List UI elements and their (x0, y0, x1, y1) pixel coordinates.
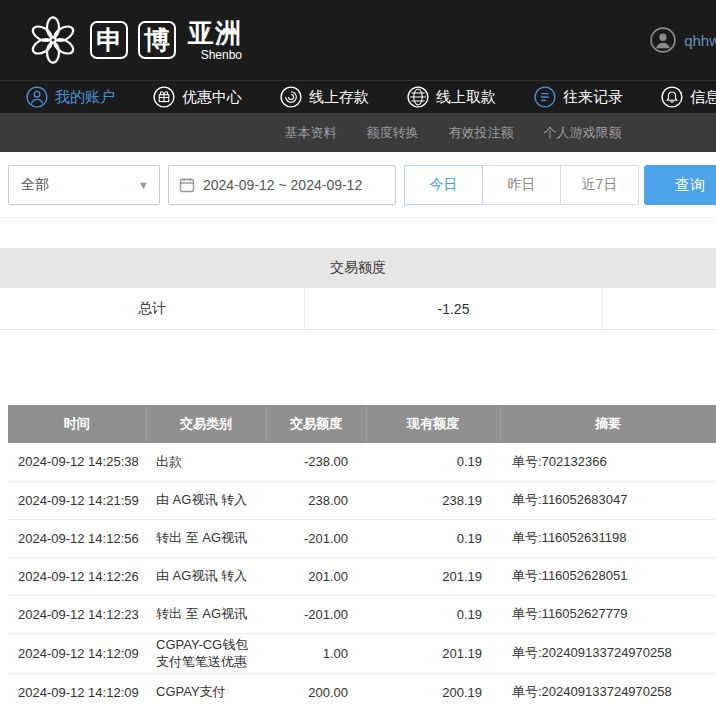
cell-balance: 0.19 (366, 595, 500, 633)
cell-balance: 201.19 (366, 557, 500, 595)
cell-note: 单号:702132366 (500, 443, 716, 481)
nav-item-records[interactable]: 往来记录 (534, 86, 623, 108)
cell-balance: 0.19 (366, 443, 500, 481)
column-header: 时间 (8, 405, 146, 443)
transactions-table: 时间交易类别交易额度现有额度摘要 2024-09-12 14:25:38出款-2… (8, 405, 716, 704)
bell-icon (661, 86, 683, 108)
subnav-item[interactable]: 基本资料 (285, 124, 337, 142)
cell-amount: 238.00 (266, 481, 366, 519)
table-row: 2024-09-12 14:12:56转出 至 AG视讯-201.000.19单… (8, 519, 716, 557)
summary-value: -1.25 (305, 288, 603, 329)
range-button[interactable]: 今日 (404, 165, 483, 205)
cell-amount: 201.00 (266, 557, 366, 595)
cell-amount: -238.00 (266, 443, 366, 481)
cell-time: 2024-09-12 14:25:38 (8, 443, 146, 481)
nav-label: 我的账户 (55, 88, 115, 107)
column-header: 摘要 (500, 405, 716, 443)
table-row: 2024-09-12 14:12:09CGPAY支付200.00200.19单号… (8, 673, 716, 704)
cell-type: 转出 至 AG视讯 (146, 519, 266, 557)
table-row: 2024-09-12 14:21:59由 AG视讯 转入238.00238.19… (8, 481, 716, 519)
cell-note: 单号:202409133724970258 (500, 633, 716, 673)
cell-type: 出款 (146, 443, 266, 481)
type-select[interactable]: 全部 ▼ (8, 165, 160, 205)
nav-label: 线上取款 (436, 88, 496, 107)
nav-label: 信息 (690, 88, 716, 107)
user-avatar-icon (650, 27, 676, 53)
cell-amount: -201.00 (266, 595, 366, 633)
nav-item-user[interactable]: 我的账户 (26, 86, 115, 108)
cell-time: 2024-09-12 14:12:09 (8, 633, 146, 673)
cell-time: 2024-09-12 14:12:56 (8, 519, 146, 557)
brand-logo[interactable]: 申 博 亚洲 Shenbo (26, 13, 242, 67)
brand-subtitle: Shenbo (201, 49, 242, 61)
cell-balance: 201.19 (366, 633, 500, 673)
table-row: 2024-09-12 14:25:38出款-238.000.19单号:70213… (8, 443, 716, 481)
date-range-input[interactable]: 2024-09-12 ~ 2024-09-12 (168, 165, 396, 205)
cell-note: 单号:116052627779 (500, 595, 716, 633)
summary-title: 交易额度 (0, 248, 716, 288)
table-row: 2024-09-12 14:12:09CGPAY-CG钱包支付笔笔送优惠1.00… (8, 633, 716, 673)
summary-empty-cell (603, 288, 716, 329)
page: 申 博 亚洲 Shenbo qhhw 我的账户优惠中心线上存款线上取款往来记录信… (0, 0, 716, 704)
nav-label: 线上存款 (309, 88, 369, 107)
topbar: 申 博 亚洲 Shenbo qhhw (0, 0, 716, 80)
withdraw-icon (407, 86, 429, 108)
brand-suffix: 亚洲 (188, 20, 242, 46)
username: qhhw (684, 32, 716, 49)
cell-time: 2024-09-12 14:21:59 (8, 481, 146, 519)
column-header: 交易额度 (266, 405, 366, 443)
cell-type: 由 AG视讯 转入 (146, 557, 266, 595)
cell-balance: 0.19 (366, 519, 500, 557)
cell-note: 单号:116052628051 (500, 557, 716, 595)
subnav-item[interactable]: 额度转换 (367, 124, 419, 142)
range-button[interactable]: 昨日 (482, 165, 561, 205)
cell-type: 由 AG视讯 转入 (146, 481, 266, 519)
tx-head-row: 时间交易类别交易额度现有额度摘要 (8, 405, 716, 443)
main-nav: 我的账户优惠中心线上存款线上取款往来记录信息 (0, 80, 716, 113)
cell-note: 单号:202409133724970258 (500, 673, 716, 704)
range-button[interactable]: 近7日 (560, 165, 639, 205)
brand-char-bo: 博 (138, 21, 176, 59)
type-select-value: 全部 (21, 176, 49, 194)
cell-balance: 200.19 (366, 673, 500, 704)
cell-type: CGPAY支付 (146, 673, 266, 704)
cell-balance: 238.19 (366, 481, 500, 519)
summary-row: 总计 -1.25 (0, 288, 716, 330)
cell-note: 单号:116052631198 (500, 519, 716, 557)
column-header: 交易类别 (146, 405, 266, 443)
cell-note: 单号:116052683047 (500, 481, 716, 519)
nav-item-bell[interactable]: 信息 (661, 86, 716, 108)
account-area[interactable]: qhhw (650, 27, 716, 53)
nav-label: 优惠中心 (182, 88, 242, 107)
chevron-down-icon: ▼ (138, 179, 149, 191)
summary-label: 总计 (0, 288, 305, 329)
search-button[interactable]: 查询 (644, 165, 716, 205)
cell-time: 2024-09-12 14:12:23 (8, 595, 146, 633)
filter-bar: 全部 ▼ 2024-09-12 ~ 2024-09-12 今日昨日近7日 查询 (0, 152, 716, 218)
cell-time: 2024-09-12 14:12:09 (8, 673, 146, 704)
deposit-icon (280, 86, 302, 108)
tx-body: 2024-09-12 14:25:38出款-238.000.19单号:70213… (8, 443, 716, 704)
quick-range-group: 今日昨日近7日 (404, 165, 639, 205)
gift-icon (153, 86, 175, 108)
brand-char-shen: 申 (90, 21, 128, 59)
calendar-icon (179, 177, 195, 193)
nav-item-gift[interactable]: 优惠中心 (153, 86, 242, 108)
flower-logo-icon (26, 13, 80, 67)
cell-amount: 200.00 (266, 673, 366, 704)
cell-type: 转出 至 AG视讯 (146, 595, 266, 633)
date-range-value: 2024-09-12 ~ 2024-09-12 (203, 177, 362, 193)
nav-label: 往来记录 (563, 88, 623, 107)
nav-item-deposit[interactable]: 线上存款 (280, 86, 369, 108)
subnav-item[interactable]: 个人游戏限额 (544, 124, 622, 142)
table-row: 2024-09-12 14:12:23转出 至 AG视讯-201.000.19单… (8, 595, 716, 633)
cell-time: 2024-09-12 14:12:26 (8, 557, 146, 595)
records-icon (534, 86, 556, 108)
user-icon (26, 86, 48, 108)
cell-amount: 1.00 (266, 633, 366, 673)
nav-item-withdraw[interactable]: 线上取款 (407, 86, 496, 108)
cell-amount: -201.00 (266, 519, 366, 557)
column-header: 现有额度 (366, 405, 500, 443)
subnav-item[interactable]: 有效投注额 (449, 124, 514, 142)
cell-type: CGPAY-CG钱包支付笔笔送优惠 (146, 633, 266, 673)
